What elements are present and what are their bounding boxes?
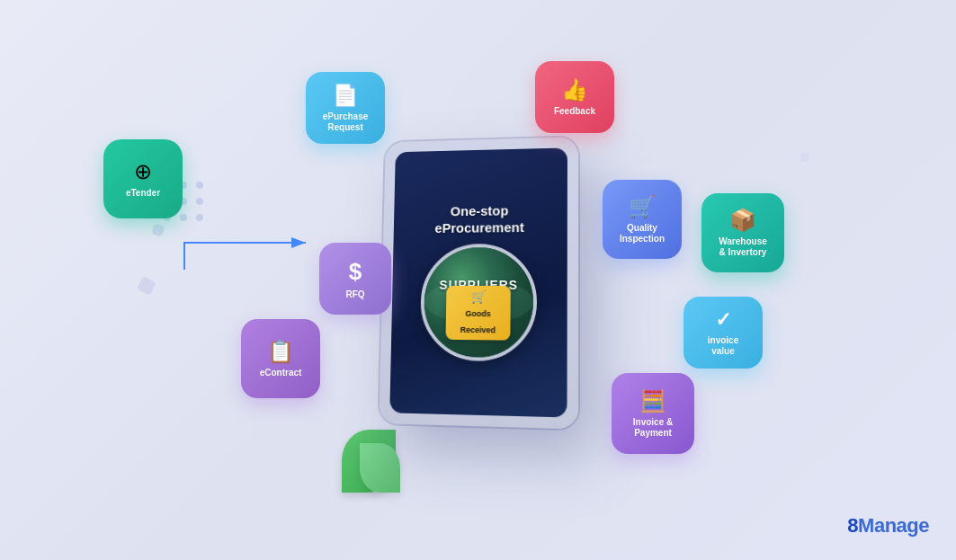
brand-text: 8Manage <box>847 514 929 537</box>
etender-icon: ⊕ <box>134 159 152 184</box>
badge-warehouse[interactable]: 📦 Warehouse& Invertory <box>701 193 784 272</box>
tablet-title: One-stop eProcurement <box>434 200 524 236</box>
invoice-payment-icon: 🧮 <box>639 388 666 413</box>
warehouse-icon: 📦 <box>729 208 756 233</box>
tablet-device: One-stop eProcurement SUPPLIERS 🛒 GoodsR… <box>379 137 578 429</box>
deco-square-2 <box>137 276 156 295</box>
goods-text: GoodsReceived <box>460 309 495 334</box>
deco-square-3 <box>800 152 810 163</box>
etender-arrow <box>175 225 319 279</box>
invoice-value-icon: ✓ <box>715 308 731 332</box>
rfq-label: RFQ <box>345 289 364 300</box>
deco-square-1 <box>152 224 165 237</box>
leaf-decoration <box>342 430 396 493</box>
badge-feedback[interactable]: 👍 Feedback <box>535 61 614 133</box>
tablet-screen: One-stop eProcurement SUPPLIERS 🛒 GoodsR… <box>389 147 567 417</box>
globe-inner: SUPPLIERS 🛒 GoodsReceived <box>423 246 533 357</box>
branding: 8Manage <box>847 514 929 538</box>
epurchase-label: ePurchaseRequest <box>323 111 369 133</box>
badge-quality[interactable]: 🛒 QualityInspection <box>603 180 682 259</box>
badge-epurchase[interactable]: 📄 ePurchaseRequest <box>306 72 385 144</box>
warehouse-label: Warehouse& Invertory <box>719 236 767 258</box>
feedback-label: Feedback <box>554 106 595 117</box>
invoice-payment-label: Invoice &Payment <box>633 417 673 439</box>
rfq-icon: $ <box>349 258 362 286</box>
feedback-icon: 👍 <box>561 77 588 102</box>
econtract-label: eContract <box>260 368 302 378</box>
brand-manage: Manage <box>858 514 929 537</box>
econtract-icon: 📋 <box>267 339 294 364</box>
globe: SUPPLIERS 🛒 GoodsReceived <box>419 243 537 361</box>
quality-label: QualityInspection <box>620 223 665 244</box>
cart-icon: 🛒 <box>451 289 505 304</box>
badge-rfq[interactable]: $ RFQ <box>319 243 391 315</box>
invoice-value-label: invoicevalue <box>708 335 738 357</box>
badge-invoice-payment[interactable]: 🧮 Invoice &Payment <box>612 373 694 454</box>
main-container: ⊕ eTender 📄 ePurchaseRequest 👍 Feedback … <box>0 0 956 560</box>
badge-etender[interactable]: ⊕ eTender <box>103 139 183 218</box>
leaf-shape-2 <box>360 443 400 493</box>
quality-icon: 🛒 <box>629 194 656 219</box>
epurchase-icon: 📄 <box>332 83 359 108</box>
goods-received-badge: 🛒 GoodsReceived <box>445 286 510 341</box>
brand-8: 8 <box>847 514 858 537</box>
etender-label: eTender <box>126 188 160 199</box>
badge-invoice-value[interactable]: ✓ invoicevalue <box>683 297 763 369</box>
badge-econtract[interactable]: 📋 eContract <box>241 319 320 398</box>
